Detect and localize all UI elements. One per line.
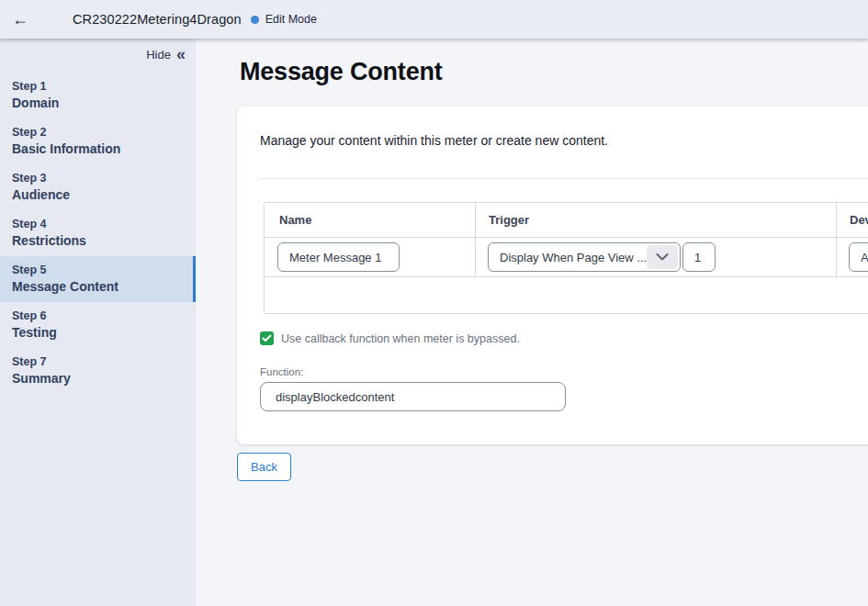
step-number: Step 2 [12,125,184,140]
step-number: Step 3 [12,171,184,186]
page-title: Message Content [240,56,868,87]
function-input[interactable] [260,382,566,411]
edit-mode-label: Edit Mode [265,13,317,26]
callback-checkbox-label: Use callback function when meter is bypa… [281,332,520,345]
callback-checkbox[interactable] [260,331,274,345]
function-label: Function: [260,366,868,377]
hide-sidebar-button[interactable]: Hide « [0,47,196,62]
devices-input[interactable] [849,242,868,272]
step-name: Restrictions [12,232,184,250]
step-name: Domain [12,95,184,112]
topbar: ← CR230222Metering4Dragon Edit Mode [0,0,868,39]
message-name-input[interactable] [277,242,400,272]
page-title-topbar: CR230222Metering4Dragon [73,12,242,27]
back-button[interactable]: Back [237,453,291,481]
sidebar-item-summary[interactable]: Step 7 Summary [0,348,196,394]
step-number: Step 5 [12,263,184,278]
step-number: Step 7 [12,354,184,370]
step-number: Step 1 [12,79,184,95]
steps-sidebar: Hide « Step 1 Domain Step 2 Basic Inform… [0,39,196,606]
step-number: Step 4 [12,217,184,232]
column-header-trigger: Trigger [476,203,837,237]
back-arrow-icon[interactable]: ← [12,11,30,28]
trigger-select[interactable]: Display When Page View ... [488,242,681,272]
messages-table: Name Trigger Devices Display When Page V… [264,202,868,314]
divider [260,178,868,179]
column-header-name: Name [265,203,476,237]
table-header-row: Name Trigger Devices [265,203,868,238]
message-content-card: Manage your content within this meter or… [237,107,868,444]
step-name: Message Content [12,278,184,296]
step-name: Summary [12,370,184,387]
trigger-select-value: Display When Page View ... [489,251,647,264]
chevron-down-icon [647,245,678,269]
step-name: Basic Information [12,140,184,158]
callback-checkbox-row: Use callback function when meter is bypa… [260,331,868,345]
step-name: Audience [12,186,184,204]
sidebar-item-basic-information[interactable]: Step 2 Basic Information [0,118,196,164]
sidebar-item-audience[interactable]: Step 3 Audience [0,164,196,210]
hide-label: Hide [146,48,171,62]
collapse-double-chevron-icon: « [176,47,186,62]
step-number: Step 6 [12,309,184,324]
intro-text: Manage your content within this meter or… [260,131,868,150]
main-content: Message Content Manage your content with… [196,39,868,606]
sidebar-item-testing[interactable]: Step 6 Testing [0,302,196,348]
sidebar-item-domain[interactable]: Step 1 Domain [0,73,196,118]
step-nav: Step 1 Domain Step 2 Basic Information S… [0,73,196,394]
sidebar-item-restrictions[interactable]: Step 4 Restrictions [0,210,196,256]
trigger-count-input[interactable] [682,242,716,272]
column-header-devices: Devices [837,203,868,237]
sidebar-item-message-content[interactable]: Step 5 Message Content [0,256,196,302]
step-name: Testing [12,324,184,342]
table-row: Display When Page View ... [265,238,868,277]
table-empty-area [265,277,868,313]
edit-mode-dot-icon [251,16,259,24]
